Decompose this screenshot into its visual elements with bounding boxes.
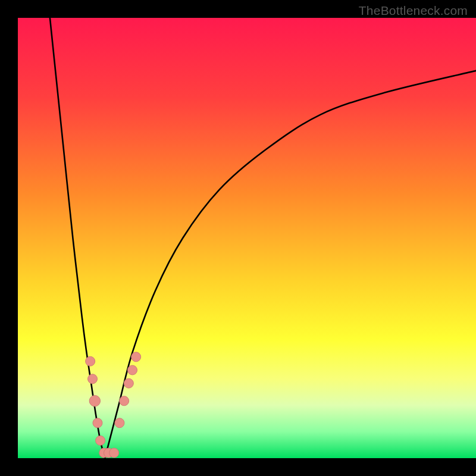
data-marker <box>124 378 133 388</box>
data-marker <box>89 396 100 406</box>
chart-container: TheBottleneck.com <box>0 0 476 476</box>
data-marker <box>131 352 141 362</box>
data-marker <box>120 396 129 406</box>
data-marker <box>86 356 95 366</box>
data-marker <box>96 436 105 445</box>
plot-area <box>18 18 476 458</box>
data-marker <box>115 418 124 428</box>
bottleneck-chart <box>0 0 476 476</box>
data-marker <box>88 374 98 384</box>
watermark-label: TheBottleneck.com <box>359 4 468 18</box>
data-marker <box>93 418 102 428</box>
data-marker <box>109 448 119 458</box>
data-marker <box>128 365 137 375</box>
